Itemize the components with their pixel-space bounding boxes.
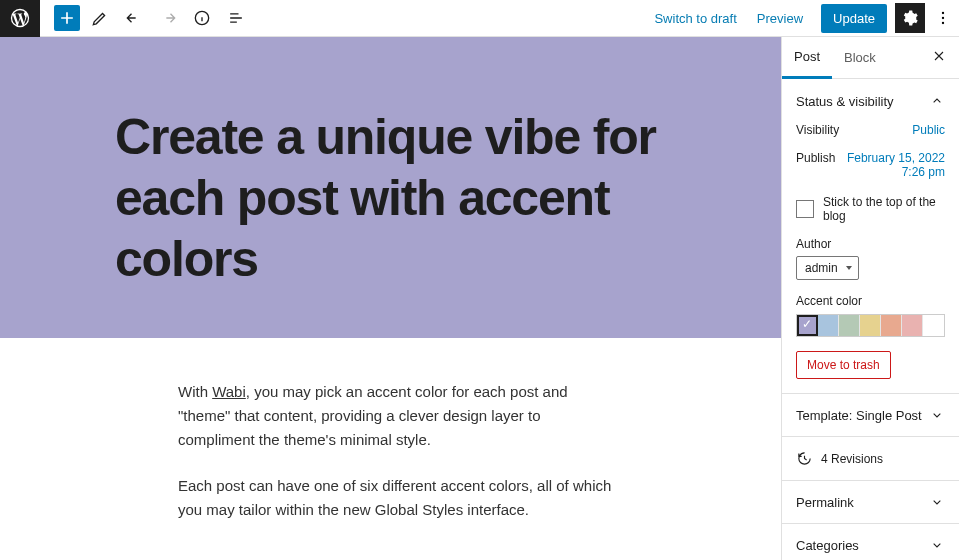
panel-categories[interactable]: Categories [782,524,959,560]
author-label: Author [796,237,945,251]
visibility-value[interactable]: Public [912,123,945,137]
editor-canvas[interactable]: Create a unique vibe for each post with … [0,37,781,560]
inline-link[interactable]: Wabi [212,383,246,400]
chevron-down-icon [929,494,945,510]
panel-template[interactable]: Template: Single Post [782,394,959,437]
post-title[interactable]: Create a unique vibe for each post with … [115,107,675,290]
preview-button[interactable]: Preview [747,5,813,32]
accent-swatch[interactable] [923,315,944,336]
publish-label: Publish [796,151,835,179]
accent-swatch[interactable] [860,315,881,336]
redo-icon[interactable] [154,4,182,32]
undo-icon[interactable] [120,4,148,32]
revisions-button[interactable]: 4 Revisions [782,437,959,481]
chevron-down-icon [929,407,945,423]
sticky-label: Stick to the top of the blog [823,195,945,223]
accent-swatch[interactable] [902,315,923,336]
add-block-button[interactable] [54,5,80,31]
chevron-down-icon [929,537,945,553]
wp-logo[interactable] [0,0,40,37]
info-icon[interactable] [188,4,216,32]
sticky-checkbox[interactable] [796,200,814,218]
edit-mode-icon[interactable] [86,4,114,32]
editor-toolbar: Switch to draft Preview Update [0,0,959,37]
visibility-label: Visibility [796,123,839,137]
publish-value[interactable]: February 15, 2022 7:26 pm [835,151,945,179]
accent-color-swatches [796,314,945,337]
paragraph-block[interactable]: With Wabi, you may pick an accent color … [178,380,620,452]
svg-point-3 [942,22,944,24]
accent-color-label: Accent color [796,294,945,308]
panel-toggle-status[interactable]: Status & visibility [796,93,945,109]
panel-permalink[interactable]: Permalink [782,481,959,524]
accent-swatch[interactable] [881,315,902,336]
hero-block[interactable]: Create a unique vibe for each post with … [0,37,781,338]
svg-point-2 [942,17,944,19]
more-options-button[interactable] [931,3,955,33]
move-to-trash-button[interactable]: Move to trash [796,351,891,379]
sticky-checkbox-row[interactable]: Stick to the top of the blog [796,195,945,223]
chevron-up-icon [929,93,945,109]
tab-post[interactable]: Post [782,37,832,79]
switch-to-draft-button[interactable]: Switch to draft [644,5,746,32]
accent-swatch[interactable] [797,315,818,336]
accent-swatch[interactable] [839,315,860,336]
settings-button[interactable] [895,3,925,33]
paragraph-block[interactable]: Each post can have one of six different … [178,474,620,522]
author-select[interactable]: admin [796,256,859,280]
update-button[interactable]: Update [821,4,887,33]
panel-status-visibility: Status & visibility Visibility Public Pu… [782,79,959,394]
history-icon [796,450,813,467]
outline-icon[interactable] [222,4,250,32]
settings-sidebar: Post Block Status & visibility Visibilit… [781,37,959,560]
svg-point-1 [942,12,944,14]
tab-block[interactable]: Block [832,37,888,79]
accent-swatch[interactable] [818,315,839,336]
close-sidebar-button[interactable] [923,48,955,67]
